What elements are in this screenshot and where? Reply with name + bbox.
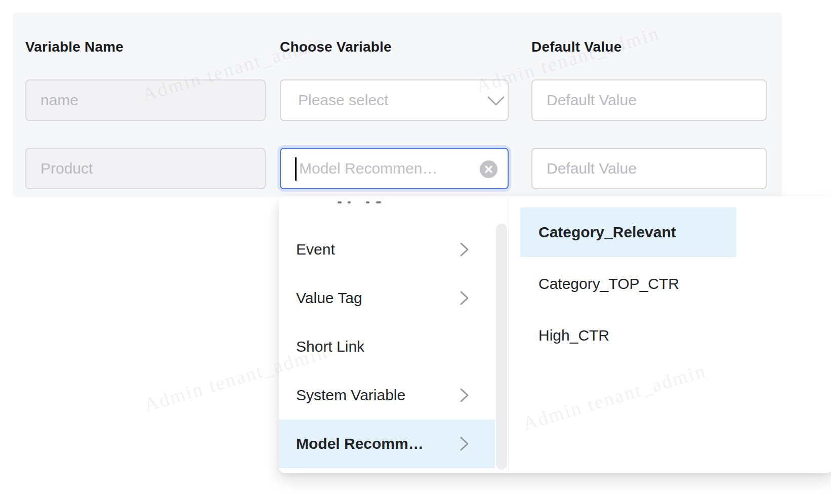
default-value-input-row1[interactable] [531, 79, 767, 121]
menu-item-label: Value Tag [296, 289, 362, 307]
clipped-glyph [338, 201, 342, 203]
column-header-variable-name: Variable Name [25, 39, 123, 55]
menu-item-label: Category_Relevant [538, 224, 676, 241]
chevron-right-icon [459, 435, 470, 452]
menu-item-event[interactable]: Event [279, 225, 495, 274]
clipped-glyph [348, 201, 351, 203]
column-header-default-value: Default Value [531, 39, 621, 55]
menu-item-label: Category_TOP_CTR [538, 275, 679, 292]
chevron-down-icon [487, 96, 505, 106]
default-value-input-row2[interactable] [531, 148, 767, 189]
clipped-glyph [366, 201, 369, 203]
menu-item-category-top-ctr[interactable]: Category_TOP_CTR [520, 259, 736, 309]
chevron-right-icon [459, 387, 470, 404]
menu-item-short-link[interactable]: Short Link [279, 322, 495, 371]
menu-item-label: Event [296, 241, 335, 258]
column-header-choose-variable: Choose Variable [280, 39, 392, 55]
variable-name-input-row2 [25, 148, 266, 189]
menu1-scrollbar-thumb[interactable] [496, 224, 507, 470]
choose-variable-selected-value: Model Recommen… [281, 160, 437, 177]
choose-variable-select-row2-focused[interactable]: Model Recommen… [280, 148, 509, 189]
menu-item-label: System Variable [296, 387, 405, 404]
menu-item-value-tag[interactable]: Value Tag [279, 274, 495, 322]
cascader-dropdown: Event Value Tag Short Link System Variab… [279, 196, 831, 473]
clear-selection-button[interactable] [480, 160, 497, 178]
menu-item-label: High_CTR [538, 327, 609, 344]
menu-column-divider [508, 196, 509, 473]
clipped-glyph [376, 201, 381, 203]
clipped-menu-item[interactable] [279, 196, 495, 205]
choose-variable-placeholder: Please select [281, 92, 388, 109]
variable-name-input-row1 [25, 79, 266, 121]
page: Variable Name Choose Variable Default Va… [0, 0, 831, 504]
circle-x-icon [484, 165, 493, 174]
menu-item-system-variable[interactable]: System Variable [279, 371, 495, 419]
menu-item-model-recommend[interactable]: Model Recomm… [279, 419, 495, 468]
variables-form-panel: Variable Name Choose Variable Default Va… [13, 13, 782, 197]
menu-item-high-ctr[interactable]: High_CTR [520, 311, 736, 360]
text-cursor [295, 157, 297, 181]
chevron-right-icon [459, 289, 470, 307]
menu-item-category-relevant[interactable]: Category_Relevant [520, 207, 736, 257]
chevron-right-icon [459, 241, 470, 258]
menu-item-label: Short Link [296, 338, 364, 355]
choose-variable-select-row1[interactable]: Please select [280, 79, 509, 121]
menu-item-label: Model Recomm… [296, 435, 424, 452]
